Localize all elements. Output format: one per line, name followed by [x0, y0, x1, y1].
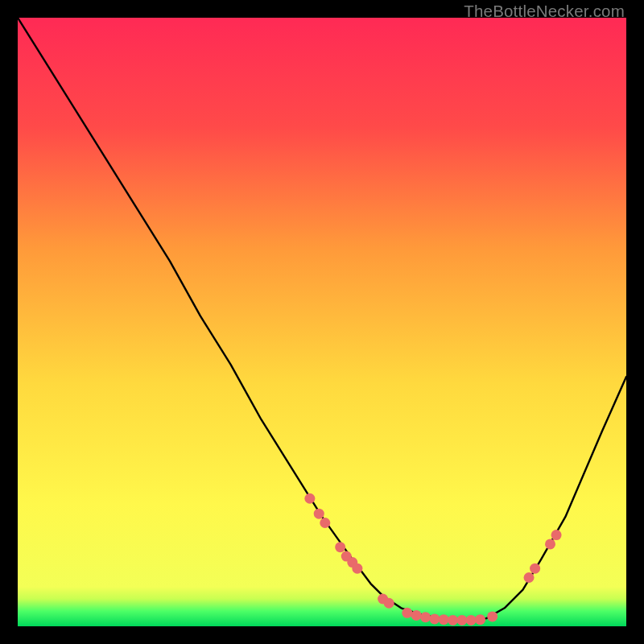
marker-dot	[320, 518, 330, 528]
marker-dot	[448, 615, 458, 625]
marker-dot	[429, 613, 440, 624]
marker-dot	[456, 615, 467, 625]
marker-dot	[420, 612, 431, 622]
bottleneck-chart	[18, 18, 626, 626]
marker-dot	[466, 615, 477, 625]
marker-dot	[530, 564, 540, 574]
marker-dot	[524, 572, 535, 583]
marker-dot	[411, 610, 422, 621]
marker-dot	[352, 564, 362, 574]
marker-dot	[314, 509, 324, 519]
marker-dot	[439, 614, 449, 625]
chart-frame	[18, 18, 626, 626]
marker-dot	[384, 598, 394, 609]
marker-dot	[551, 530, 562, 540]
marker-dot	[475, 614, 485, 625]
marker-dot	[402, 608, 412, 618]
gradient-background	[18, 18, 626, 626]
marker-dot	[545, 539, 555, 549]
marker-dot	[487, 611, 497, 621]
marker-dot	[304, 493, 315, 504]
marker-dot	[335, 542, 345, 552]
